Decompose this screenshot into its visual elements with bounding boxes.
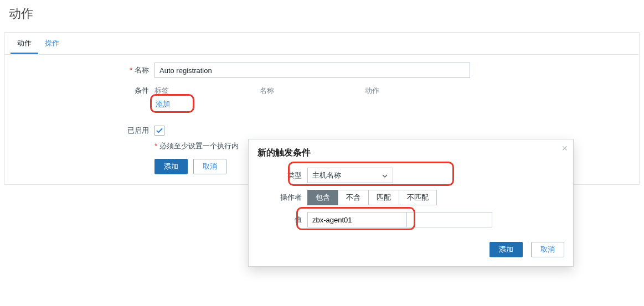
note-text: 必须至少设置一个执行内 — [154, 141, 239, 151]
form-cancel-button[interactable]: 取消 — [193, 159, 226, 174]
check-icon — [156, 127, 163, 134]
cond-col-action: 动作 — [365, 86, 470, 96]
close-icon[interactable]: × — [561, 143, 568, 154]
name-label: 名称 — [5, 65, 154, 75]
row-condition-add: 添加 — [5, 99, 639, 109]
tab-action[interactable]: 动作 — [11, 33, 38, 54]
tab-operation[interactable]: 操作 — [38, 33, 66, 54]
type-select[interactable]: 主机名称 — [307, 168, 393, 183]
add-condition-link[interactable]: 添加 — [154, 97, 174, 110]
modal-title: 新的触发条件 — [257, 147, 564, 159]
enabled-checkbox[interactable] — [154, 126, 164, 136]
name-input[interactable] — [154, 63, 470, 78]
type-label: 类型 — [257, 170, 307, 180]
new-condition-modal: × 新的触发条件 类型 主机名称 操作者 包含 不含 匹配 不匹配 值 添加 取… — [248, 139, 574, 185]
row-name: 名称 — [5, 63, 639, 78]
row-condition-header: 条件 标签 名称 动作 — [5, 86, 639, 96]
enabled-label: 已启用 — [5, 126, 154, 136]
condition-table-header: 标签 名称 动作 — [154, 86, 470, 96]
cond-col-tag: 标签 — [154, 86, 260, 96]
row-enabled: 已启用 — [5, 126, 639, 136]
type-select-value: 主机名称 — [312, 170, 341, 180]
cond-col-name: 名称 — [260, 86, 365, 96]
page-title: 动作 — [0, 0, 644, 32]
condition-label: 条件 — [5, 86, 154, 96]
tabs: 动作 操作 — [5, 33, 639, 55]
chevron-down-icon — [382, 173, 388, 179]
modal-row-type: 类型 主机名称 — [257, 168, 564, 183]
form-add-button[interactable]: 添加 — [154, 159, 188, 174]
